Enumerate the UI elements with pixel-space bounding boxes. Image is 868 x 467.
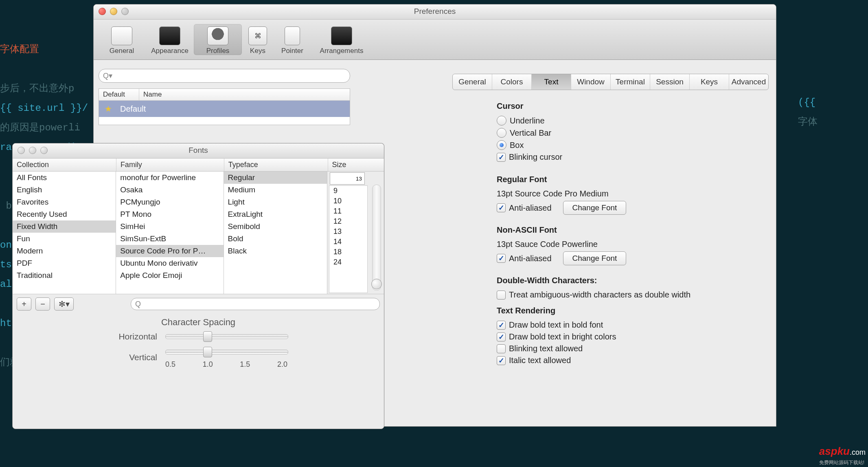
profile-search-input[interactable]: Q▾ [99,69,350,83]
radio-vertical-bar[interactable] [497,128,506,138]
keys-icon: ⌘ [248,26,267,45]
list-item[interactable]: Ubuntu Mono derivativ [116,257,223,269]
search-icon: Q▾ [103,71,112,80]
list-item[interactable]: PDF [13,257,116,269]
list-item[interactable]: Apple Color Emoji [116,269,223,282]
list-item[interactable]: All Fonts [13,172,116,184]
list-item[interactable]: 18 [329,247,367,257]
slider-knob[interactable] [203,347,212,357]
list-item[interactable]: Modern [13,245,116,257]
profile-row-default[interactable]: ★ Default [99,101,350,117]
toolbar-appearance[interactable]: Appearance [146,24,194,55]
fonts-toolbar-row: + − ✻▾ Q [13,294,384,314]
titlebar[interactable]: Preferences [94,4,776,20]
list-item[interactable]: SimHei [116,220,223,233]
collection-list[interactable]: All Fonts English Favorites Recently Use… [13,172,116,294]
list-item[interactable]: PCMyungjo [116,196,223,208]
fonts-window: Fonts Collection Family Typeface Size Al… [12,143,384,429]
tab-colors[interactable]: Colors [492,74,532,90]
list-item[interactable]: 11 [329,206,367,216]
list-item[interactable]: Light [224,196,327,208]
toolbar-profiles[interactable]: Profiles [194,24,242,55]
check-anti-aliased-regular[interactable]: ✓ [497,203,506,212]
list-item[interactable]: monofur for Powerline [116,172,223,184]
list-item[interactable]: Osaka [116,184,223,196]
vertical-spacing-slider[interactable] [165,350,288,355]
size-column: 9 10 11 12 13 14 18 24 [327,172,369,294]
list-item[interactable]: Source Code Pro for P… [116,245,223,257]
tab-text[interactable]: Text [532,74,571,90]
list-item[interactable]: 13 [329,227,367,237]
check-italic[interactable]: ✓ [497,356,506,365]
size-slider[interactable] [372,185,381,291]
family-list[interactable]: monofur for Powerline Osaka PCMyungjo PT… [116,172,224,294]
profiles-list[interactable]: Default Name ★ Default [99,88,350,125]
remove-button[interactable]: − [35,297,50,311]
size-input[interactable] [330,172,365,185]
profile-name: Default [120,104,146,114]
tab-general[interactable]: General [453,74,492,90]
gear-menu-button[interactable]: ✻▾ [54,297,74,311]
list-item[interactable]: ExtraLight [224,208,327,220]
cursor-title: Cursor [497,101,647,111]
tab-window[interactable]: Window [571,74,611,90]
add-button[interactable]: + [17,297,31,311]
check-double-width[interactable] [497,291,506,300]
slider-knob[interactable] [203,331,212,342]
regular-font-value: 13pt Source Code Pro Medium [497,189,647,198]
list-item[interactable]: Regular [224,172,327,184]
toolbar-arrangements[interactable]: Arrangements [311,24,372,55]
mouse-icon [285,26,300,45]
list-item[interactable]: Fixed Width [13,220,116,233]
size-slider-col [369,172,384,294]
toolbar-general[interactable]: General [98,24,146,55]
fonts-columns-header: Collection Family Typeface Size [13,159,384,172]
list-item[interactable]: Black [224,245,327,257]
regular-font-title: Regular Font [497,175,647,184]
change-nonascii-font-button[interactable]: Change Font [563,251,627,265]
editor-background-right: ({{ 字体 [798,73,818,132]
list-item[interactable]: Favorites [13,196,116,208]
size-list[interactable]: 9 10 11 12 13 14 18 24 [329,185,368,293]
arrangements-icon [331,26,352,45]
toolbar-keys[interactable]: ⌘Keys [242,24,274,55]
check-bright[interactable]: ✓ [497,333,506,341]
list-item[interactable]: English [13,184,116,196]
tab-session[interactable]: Session [650,74,690,90]
window-title: Preferences [94,7,776,16]
radio-underline[interactable] [497,116,506,126]
list-item[interactable]: 14 [329,237,367,247]
horizontal-label: Horizontal [108,332,157,341]
typeface-list[interactable]: Regular Medium Light ExtraLight Semibold… [224,172,327,294]
fonts-titlebar[interactable]: Fonts [13,143,384,159]
list-item[interactable]: 12 [329,216,367,227]
prefs-toolbar: General Appearance Profiles ⌘Keys Pointe… [94,20,776,60]
radio-box[interactable] [497,140,506,150]
tab-terminal[interactable]: Terminal [611,74,650,90]
check-anti-aliased-nonascii[interactable]: ✓ [497,254,506,263]
list-item[interactable]: Bold [224,233,327,245]
list-item[interactable]: 24 [329,257,367,267]
list-item[interactable]: SimSun-ExtB [116,233,223,245]
list-item[interactable]: PT Mono [116,208,223,220]
list-item[interactable]: Fun [13,233,116,245]
list-item[interactable]: Recently Used [13,208,116,220]
font-search-input[interactable]: Q [131,298,380,310]
list-item[interactable]: Medium [224,184,327,196]
check-blinking-text[interactable] [497,344,506,353]
tab-advanced[interactable]: Advanced [729,74,768,90]
list-item[interactable]: Semibold [224,220,327,233]
tab-keys[interactable]: Keys [690,74,729,90]
watermark: aspku.com 免费网站源码下载站! [819,445,866,466]
horizontal-spacing-slider[interactable] [165,334,288,339]
list-item[interactable]: Traditional [13,269,116,282]
check-blinking-cursor[interactable]: ✓ [497,153,506,162]
toolbar-pointer[interactable]: Pointer [274,24,311,55]
slider-knob[interactable] [371,279,382,289]
list-item[interactable]: 9 [329,186,367,196]
star-icon: ★ [105,104,114,114]
profiles-header: Default Name [99,89,350,101]
change-regular-font-button[interactable]: Change Font [563,201,627,215]
check-bold-font[interactable]: ✓ [497,321,506,330]
list-item[interactable]: 10 [329,196,367,206]
